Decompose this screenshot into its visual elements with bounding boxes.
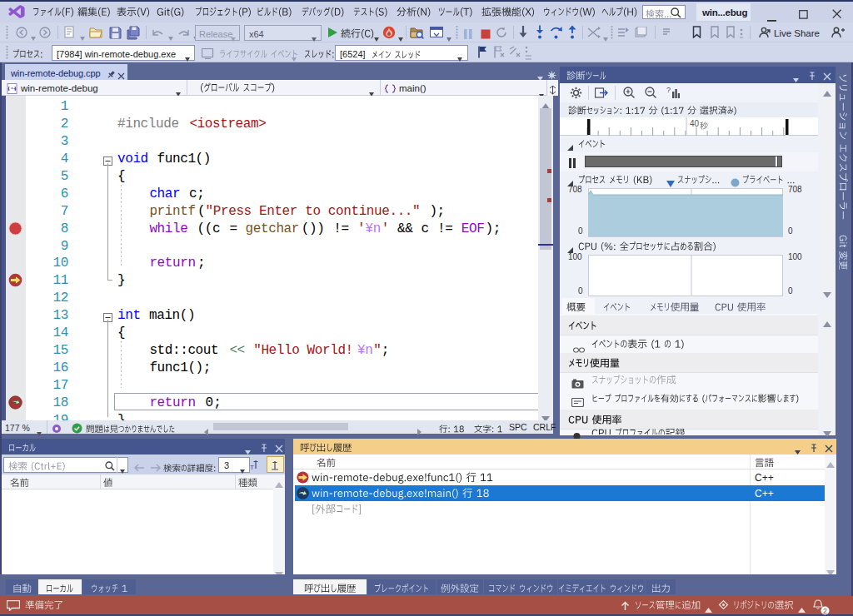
- svg-text:2: 2: [823, 607, 827, 615]
- svg-text:?: ?: [666, 87, 671, 94]
- svg-text:T: T: [250, 464, 254, 470]
